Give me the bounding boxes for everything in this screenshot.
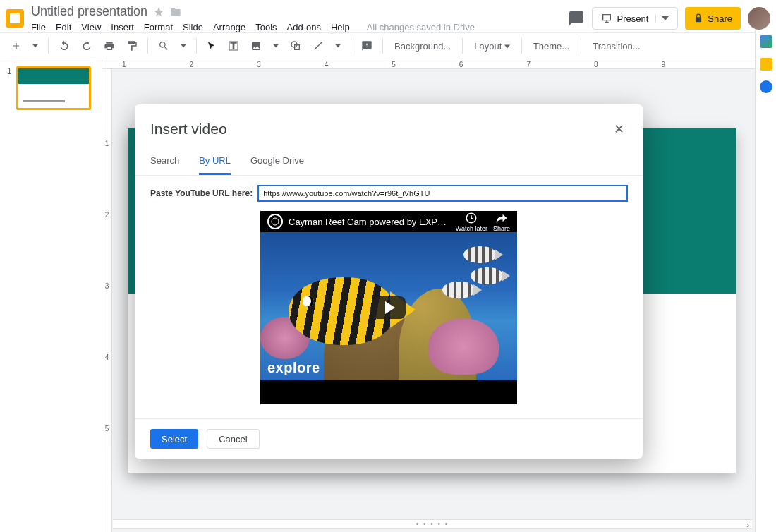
modal-backdrop: Insert video ✕ Search By URL Google Driv… xyxy=(0,0,776,532)
play-button[interactable] xyxy=(372,296,406,319)
brand-watermark: explore xyxy=(267,360,320,376)
svg-point-4 xyxy=(272,218,279,225)
select-button[interactable]: Select xyxy=(150,429,198,449)
cancel-button[interactable]: Cancel xyxy=(207,429,259,449)
channel-avatar-icon xyxy=(267,214,283,229)
dialog-title: Insert video xyxy=(150,121,227,138)
url-input[interactable] xyxy=(258,186,627,201)
dialog-tabs: Search By URL Google Drive xyxy=(135,143,643,176)
video-title: Cayman Reef Cam powered by EXPL… xyxy=(289,217,450,227)
share-icon xyxy=(495,212,508,224)
tab-search[interactable]: Search xyxy=(150,151,179,175)
url-label: Paste YouTube URL here: xyxy=(150,188,253,198)
tab-google-drive[interactable]: Google Drive xyxy=(250,151,304,175)
watch-later-button[interactable]: Watch later xyxy=(456,212,487,232)
video-preview[interactable]: Cayman Reef Cam powered by EXPL… Watch l… xyxy=(260,211,517,404)
insert-video-dialog: Insert video ✕ Search By URL Google Driv… xyxy=(135,104,643,459)
share-video-button[interactable]: Share xyxy=(493,212,510,232)
tab-by-url[interactable]: By URL xyxy=(199,151,231,175)
clock-icon xyxy=(465,212,478,224)
close-icon[interactable]: ✕ xyxy=(611,119,627,140)
